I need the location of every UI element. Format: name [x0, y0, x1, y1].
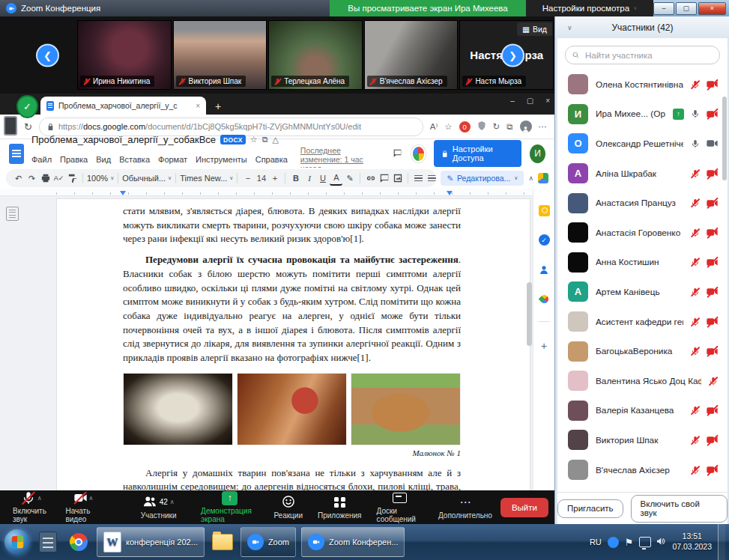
participant-row[interactable]: А Аліна Шкрабак	[557, 159, 728, 189]
document-page[interactable]: стати млявим, з'являється діарея, блювот…	[56, 198, 530, 490]
italic-icon[interactable]: I	[303, 171, 315, 185]
font-dropdown[interactable]: Times New...∨	[180, 174, 233, 183]
menu-format[interactable]: Формат	[158, 155, 187, 164]
ruler[interactable]	[0, 189, 554, 196]
participant-row[interactable]: Валерія Казанцева	[557, 396, 728, 426]
move-folder-icon[interactable]: ⧉	[262, 135, 268, 144]
insert-comment-icon[interactable]	[378, 171, 390, 185]
text-color-icon[interactable]: A	[330, 171, 342, 186]
participants-control[interactable]: 42∧ Участники	[134, 490, 184, 524]
leave-button[interactable]: Выйти	[500, 498, 548, 517]
participant-row[interactable]: О Олександр Решетніченко	[557, 129, 728, 159]
reactions-control[interactable]: Реакции	[267, 490, 309, 524]
underline-icon[interactable]: U	[316, 171, 329, 185]
browser-close-button[interactable]: ×	[545, 97, 550, 105]
menu-insert[interactable]: Вставка	[119, 155, 150, 164]
share-button[interactable]: Настройки Доступа	[434, 140, 521, 167]
participant-row[interactable]: БагоцькаВероника	[557, 336, 728, 366]
calculator-taskbar-icon[interactable]	[35, 528, 61, 556]
font-size-increase[interactable]: +	[268, 171, 281, 185]
font-size-value[interactable]: 14	[255, 171, 267, 185]
zoom-tray-icon[interactable]	[608, 537, 619, 548]
collapse-panel-icon[interactable]: ∨	[567, 24, 572, 31]
favorites-star-icon[interactable]: ☆	[444, 121, 452, 132]
highlight-icon[interactable]: ✎	[343, 171, 356, 185]
video-tile[interactable]: Виктория Шпак	[173, 20, 267, 90]
dog-photo-3[interactable]	[351, 373, 461, 445]
participant-row[interactable]: Валентина Ясько Доц Каф	[557, 366, 728, 396]
meet-icon[interactable]	[411, 145, 426, 162]
close-button[interactable]: ×	[698, 2, 726, 15]
align-center-icon[interactable]	[426, 171, 436, 185]
document-scrollbar[interactable]	[527, 282, 532, 346]
browser-menu-icon[interactable]: ⋯	[539, 121, 548, 132]
new-tab-button[interactable]: +	[215, 100, 221, 115]
minimize-button[interactable]: –	[653, 2, 674, 15]
search-input[interactable]	[584, 50, 713, 61]
taskbar-clock[interactable]: 13:51 07.03.2023	[672, 532, 712, 552]
participant-row[interactable]: И Ира Михее... (Организатор) ↑	[557, 100, 728, 130]
bold-icon[interactable]: B	[289, 171, 302, 185]
chevron-up-icon[interactable]: ∧	[89, 495, 94, 502]
participant-row[interactable]: А Артем Канівець	[557, 277, 728, 307]
participant-row[interactable]: Олена Костянтинівна Киш... (Я)	[557, 70, 728, 100]
sync-icon[interactable]: ↻	[493, 121, 500, 132]
profile-avatar[interactable]	[520, 121, 532, 133]
show-desktop-button[interactable]	[718, 524, 725, 560]
search-box[interactable]	[565, 46, 720, 64]
spellcheck-icon[interactable]: A✓	[52, 171, 65, 185]
add-addon-icon[interactable]: +	[541, 340, 547, 352]
margin-marker-left[interactable]	[120, 191, 126, 195]
network-tray-icon[interactable]	[639, 537, 651, 547]
document-title[interactable]: Проблема_харчової_алергії_у_собакВсе	[31, 134, 216, 145]
dog-photo-2[interactable]	[237, 373, 347, 445]
participant-row[interactable]: Виктория Шпак	[557, 425, 728, 455]
zoom-dropdown[interactable]: 100%∨	[87, 174, 114, 183]
menu-edit[interactable]: Правка	[60, 155, 88, 164]
apps-control[interactable]: Приложения	[311, 490, 369, 524]
dog-photo-1[interactable]	[123, 373, 233, 445]
url-field[interactable]: https://docs.google.com/document/d/1bCj8…	[39, 118, 423, 136]
browser-minimize-button[interactable]: –	[510, 97, 515, 105]
cloud-status-icon[interactable]: △	[273, 135, 279, 144]
maps-icon[interactable]	[538, 293, 550, 305]
addon-icon[interactable]	[538, 173, 548, 183]
tasks-icon[interactable]: ✓	[539, 234, 550, 246]
participant-row[interactable]: Анна Костишин	[557, 248, 728, 278]
scroll-left-arrow[interactable]: ❮	[36, 43, 59, 67]
explorer-taskbar-icon[interactable]	[210, 528, 235, 556]
view-settings-button[interactable]: Настройки просмотра ∨	[526, 0, 653, 16]
menu-file[interactable]: Файл	[31, 155, 52, 164]
zoom-taskbar-item[interactable]: Zoom	[241, 527, 296, 557]
paint-format-icon[interactable]	[66, 171, 79, 185]
participant-row[interactable]: В'ячеслав Ахієзер	[557, 455, 728, 485]
menu-tools[interactable]: Инструменты	[196, 155, 247, 164]
reload-icon[interactable]: ↻	[24, 121, 32, 133]
google-docs-icon[interactable]	[9, 144, 24, 164]
scroll-right-arrow[interactable]: ❯	[501, 43, 524, 67]
share-screen-control[interactable]: ↑ Демонстрация экрана	[194, 490, 265, 524]
menu-view[interactable]: Вид	[96, 155, 111, 164]
start-video-control[interactable]: ∧ Начать видео	[58, 490, 108, 524]
document-outline-icon[interactable]	[6, 207, 19, 221]
flag-tray-icon[interactable]: ⚑	[625, 537, 634, 548]
shield-icon[interactable]	[477, 121, 486, 132]
language-indicator[interactable]: RU	[590, 538, 602, 547]
chrome-taskbar-icon[interactable]	[66, 528, 91, 556]
font-size-decrease[interactable]: −	[241, 171, 254, 185]
insert-image-icon[interactable]	[391, 171, 404, 185]
print-icon[interactable]	[39, 171, 52, 185]
collections-icon[interactable]: ⧉	[506, 122, 512, 132]
comment-icon[interactable]	[392, 147, 403, 160]
browser-maximize-button[interactable]: ▢	[527, 97, 533, 105]
browser-tab[interactable]: Проблема_харчової_алергії_у_с ×	[40, 97, 206, 115]
contacts-icon[interactable]	[539, 264, 548, 277]
invite-button[interactable]: Пригласить	[557, 499, 623, 518]
chevron-up-icon[interactable]: ∧	[170, 499, 175, 505]
align-left-icon[interactable]	[412, 171, 425, 185]
chevron-up-icon[interactable]: ∧	[37, 495, 42, 502]
zoom-conference-taskbar-item[interactable]: Zoom Конферен...	[301, 527, 405, 557]
editing-mode-dropdown[interactable]: ✎ Редактирова... ∨	[441, 171, 524, 186]
video-tile[interactable]: В'ячеслав Ахієзер	[364, 20, 459, 90]
redo-icon[interactable]: ↷	[25, 171, 38, 185]
